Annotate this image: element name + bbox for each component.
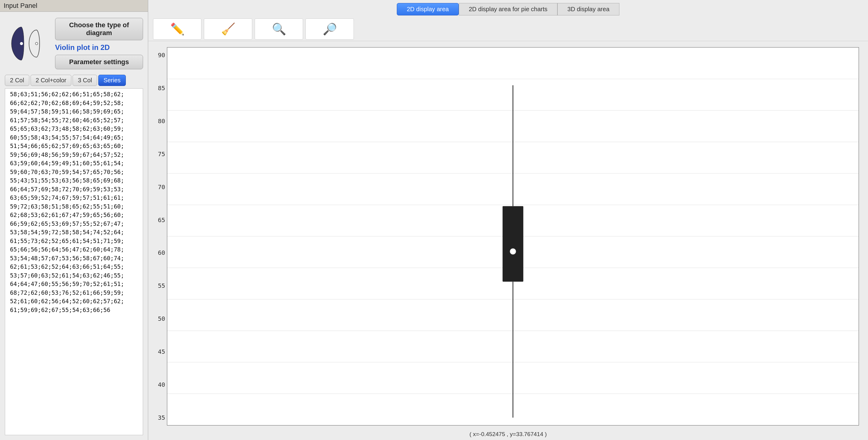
draw-icon: ✏️ [170,22,185,36]
diagram-selector: Choose the type of diagram Violin plot i… [0,12,148,72]
chart-inner: 90 85 80 75 70 65 60 55 50 45 40 35 [151,47,859,426]
zoom-in-tool-button[interactable]: 🔍 [255,19,303,40]
tab-2d-display[interactable]: 2D display area [397,3,459,16]
y-label-55: 55 [158,282,165,289]
toolbar: ✏️ 🧹 🔍 🔎 [148,17,868,41]
y-label-80: 80 [158,117,165,125]
clear-icon: 🧹 [221,22,235,36]
parameter-settings-button[interactable]: Parameter settings [55,55,143,69]
y-label-60: 60 [158,249,165,256]
tabs-row: 2 Col 2 Col+color 3 Col Series [0,72,148,87]
display-tabs-row: 2D display area 2D display area for pie … [148,0,868,17]
y-label-75: 75 [158,150,165,158]
y-label-85: 85 [158,84,165,92]
y-label-50: 50 [158,315,165,322]
tab-2d-pie[interactable]: 2D display area for pie charts [459,3,557,16]
y-label-90: 90 [158,52,165,59]
panel-title: Input Panel [4,2,37,9]
svg-point-0 [20,42,23,45]
panel-titlebar: Input Panel [0,0,148,12]
chart-svg [167,48,859,425]
svg-point-14 [510,248,516,255]
y-axis: 90 85 80 75 70 65 60 55 50 45 40 35 [151,47,167,426]
y-label-70: 70 [158,183,165,190]
clear-tool-button[interactable]: 🧹 [204,19,252,40]
violin-preview [5,22,50,65]
svg-point-1 [35,42,38,45]
zoom-out-icon: 🔎 [323,22,337,36]
diagram-controls: Choose the type of diagram Violin plot i… [55,18,143,69]
y-label-65: 65 [158,216,165,224]
choose-diagram-button[interactable]: Choose the type of diagram [55,18,143,40]
tab-3col[interactable]: 3 Col [72,75,97,86]
tab-3d-display[interactable]: 3D display area [557,3,619,16]
svg-rect-13 [503,206,524,282]
status-text: ( x=-0.452475 , y=33.767414 ) [469,431,547,437]
zoom-out-tool-button[interactable]: 🔎 [306,19,354,40]
y-label-35: 35 [158,414,165,421]
chart-plot-area[interactable] [167,47,859,426]
tab-2col[interactable]: 2 Col [5,75,29,86]
y-label-45: 45 [158,348,165,355]
left-panel: Input Panel Choose the type of diagram V… [0,0,148,440]
zoom-in-icon: 🔍 [272,22,286,36]
y-label-40: 40 [158,381,165,388]
right-panel: 2D display area 2D display area for pie … [148,0,868,440]
chart-container: 90 85 80 75 70 65 60 55 50 45 40 35 [148,41,868,429]
tab-series[interactable]: Series [98,75,126,86]
status-bar: ( x=-0.452475 , y=33.767414 ) [148,429,868,440]
data-area[interactable]: 58;63;51;56;62;62;66;51;65;58;62; 66;62;… [5,88,143,435]
data-content: 58;63;51;56;62;62;66;51;65;58;62; 66;62;… [10,91,124,313]
violin-title: Violin plot in 2D [55,43,143,52]
tab-2colcolor[interactable]: 2 Col+color [31,75,72,86]
draw-tool-button[interactable]: ✏️ [153,19,202,40]
